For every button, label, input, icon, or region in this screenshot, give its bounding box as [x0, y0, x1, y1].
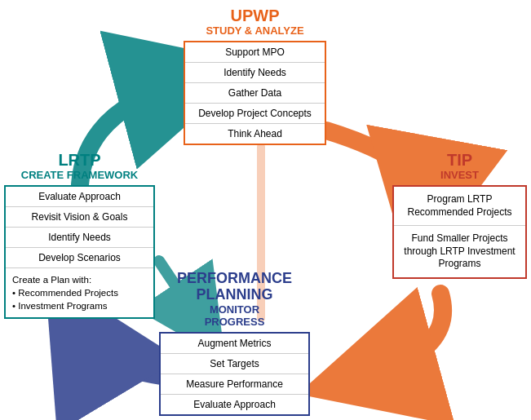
performance-subtitle2: PROGRESS — [159, 316, 310, 328]
upwp-box: Support MPO Identify Needs Gather Data D… — [184, 41, 326, 145]
tip-title: TIP — [392, 151, 527, 169]
tip-box: Program LRTPRecommended Projects Fund Sm… — [392, 185, 527, 279]
performance-title: PERFORMANCEPLANNING — [159, 271, 310, 303]
lrtp-extra-text: Create a Plan with:• Recommended Project… — [6, 268, 153, 317]
upwp-item-3: Develop Project Concepts — [185, 104, 325, 124]
tip-item-1: Fund Smaller Projectsthrough LRTP Invest… — [394, 226, 525, 277]
upwp-item-4: Think Ahead — [185, 124, 325, 144]
performance-subtitle1: MONITOR — [159, 303, 310, 316]
perf-item-1: Set Targets — [161, 354, 308, 374]
upwp-item-0: Support MPO — [185, 42, 325, 63]
upwp-title: UPWP — [184, 7, 326, 24]
perf-item-3: Evaluate Approach — [161, 395, 308, 414]
perf-item-2: Measure Performance — [161, 374, 308, 395]
perf-item-0: Augment Metrics — [161, 334, 308, 354]
tip-subtitle: INVEST — [392, 169, 527, 181]
lrtp-item-3: Develop Scenarios — [6, 248, 153, 268]
tip-item-0: Program LRTPRecommended Projects — [394, 187, 525, 226]
performance-section: PERFORMANCEPLANNING MONITOR PROGRESS Aug… — [159, 271, 310, 416]
lrtp-item-1: Revisit Vision & Goals — [6, 207, 153, 228]
upwp-item-2: Gather Data — [185, 83, 325, 104]
lrtp-section: LRTP CREATE FRAMEWORK Evaluate Approach … — [4, 151, 155, 319]
performance-box: Augment Metrics Set Targets Measure Perf… — [159, 332, 310, 416]
tip-section: TIP INVEST Program LRTPRecommended Proje… — [392, 151, 527, 279]
upwp-section: UPWP STUDY & ANALYZE Support MPO Identif… — [184, 7, 326, 145]
lrtp-title: LRTP — [4, 151, 155, 169]
lrtp-box: Evaluate Approach Revisit Vision & Goals… — [4, 185, 155, 319]
diagram-container: UPWP STUDY & ANALYZE Support MPO Identif… — [0, 0, 531, 420]
lrtp-item-2: Identify Needs — [6, 228, 153, 248]
lrtp-subtitle: CREATE FRAMEWORK — [4, 169, 155, 181]
lrtp-item-0: Evaluate Approach — [6, 187, 153, 207]
upwp-item-1: Identify Needs — [185, 63, 325, 83]
upwp-subtitle: STUDY & ANALYZE — [184, 24, 326, 37]
